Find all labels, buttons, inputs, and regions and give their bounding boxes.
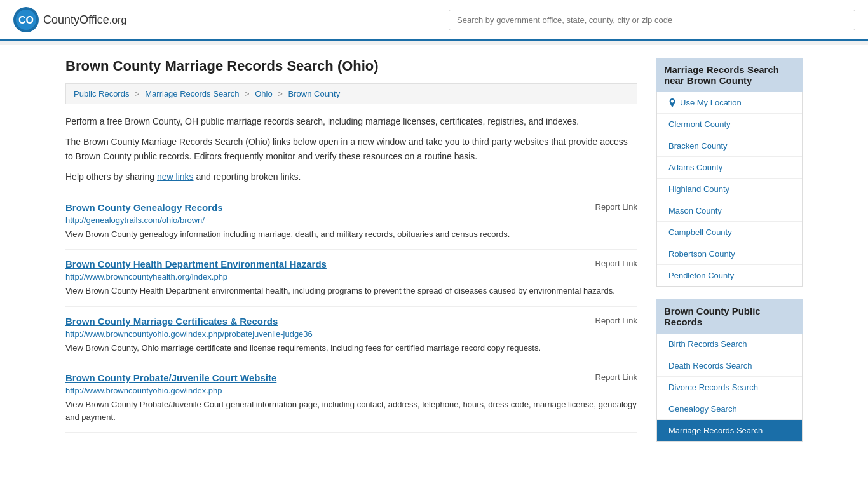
sidebar-nearby-list: Use My Location Clermont County Bracken …	[656, 92, 803, 287]
content-area: Brown County Marriage Records Search (Oh…	[65, 58, 637, 454]
result-desc: View Brown County Health Department envi…	[65, 285, 637, 297]
breadcrumb-ohio[interactable]: Ohio	[255, 89, 272, 98]
sidebar-nearby-section: Marriage Records Search near Brown Count…	[656, 58, 803, 287]
sidebar-item-marriage-records[interactable]: Marriage Records Search	[657, 420, 802, 441]
use-my-location-label: Use My Location	[680, 98, 742, 107]
sidebar-item-birth-records[interactable]: Birth Records Search	[657, 334, 802, 355]
breadcrumb-sep-1: >	[135, 89, 140, 98]
logo-suffix: .org	[109, 15, 127, 25]
location-icon	[668, 98, 676, 107]
breadcrumb-brown-county[interactable]: Brown County	[288, 89, 341, 98]
result-header: Brown County Health Department Environme…	[65, 259, 637, 269]
sidebar-item-mason[interactable]: Mason County	[657, 200, 802, 222]
sidebar-public-records-list: Birth Records Search Death Records Searc…	[656, 334, 803, 442]
result-url[interactable]: http://www.browncountyhealth.org/index.p…	[65, 272, 637, 281]
logo-icon: CO	[13, 6, 39, 33]
desc-para3-suffix: and reporting broken links.	[194, 172, 301, 182]
sidebar-item-genealogy[interactable]: Genealogy Search	[657, 398, 802, 420]
report-link[interactable]: Report Link	[595, 316, 637, 325]
result-title[interactable]: Brown County Health Department Environme…	[65, 259, 327, 269]
result-desc: View Brown County genealogy information …	[65, 228, 637, 241]
sidebar-item-pendleton[interactable]: Pendleton County	[657, 265, 802, 286]
result-url[interactable]: http://genealogytrails.com/ohio/brown/	[65, 215, 637, 225]
sidebar-item-death-records[interactable]: Death Records Search	[657, 355, 802, 377]
result-header: Brown County Marriage Certificates & Rec…	[65, 316, 637, 327]
page-header: CO CountyOffice.org	[0, 0, 868, 41]
sidebar: Marriage Records Search near Brown Count…	[656, 58, 803, 454]
sidebar-nearby-header: Marriage Records Search near Brown Count…	[656, 58, 803, 92]
sidebar-item-highland[interactable]: Highland County	[657, 179, 802, 200]
breadcrumb: Public Records > Marriage Records Search…	[65, 83, 637, 104]
breadcrumb-public-records[interactable]: Public Records	[74, 89, 129, 98]
svg-text:CO: CO	[18, 15, 34, 25]
logo-link[interactable]: CO CountyOffice.org	[13, 6, 126, 33]
new-links-link[interactable]: new links	[157, 172, 194, 182]
main-layout: Brown County Marriage Records Search (Oh…	[53, 45, 815, 467]
breadcrumb-sep-2: >	[245, 89, 250, 98]
sidebar-public-records-header: Brown County Public Records	[656, 299, 803, 334]
desc-para3: Help others by sharing new links and rep…	[65, 170, 637, 184]
page-title: Brown County Marriage Records Search (Oh…	[65, 58, 637, 74]
results-list: Brown County Genealogy Records Report Li…	[65, 193, 637, 433]
result-item: Brown County Genealogy Records Report Li…	[65, 193, 637, 250]
sidebar-item-adams[interactable]: Adams County	[657, 157, 802, 179]
result-title[interactable]: Brown County Genealogy Records	[65, 202, 223, 213]
result-item: Brown County Health Department Environme…	[65, 250, 637, 307]
sidebar-item-clermont[interactable]: Clermont County	[657, 114, 802, 135]
sidebar-public-records-section: Brown County Public Records Birth Record…	[656, 299, 803, 442]
logo-name: CountyOffice	[43, 13, 109, 26]
result-item: Brown County Probate/Juvenile Court Webs…	[65, 363, 637, 433]
desc-para3-prefix: Help others by sharing	[65, 172, 157, 182]
breadcrumb-marriage-records[interactable]: Marriage Records Search	[145, 89, 239, 98]
result-title[interactable]: Brown County Marriage Certificates & Rec…	[65, 316, 278, 327]
result-item: Brown County Marriage Certificates & Rec…	[65, 307, 637, 364]
logo-text: CountyOffice.org	[43, 13, 126, 27]
search-bar-container	[449, 10, 855, 30]
sidebar-item-bracken[interactable]: Bracken County	[657, 135, 802, 157]
result-header: Brown County Probate/Juvenile Court Webs…	[65, 372, 637, 383]
result-header: Brown County Genealogy Records Report Li…	[65, 202, 637, 213]
result-url[interactable]: http://www.browncountyohio.gov/index.php…	[65, 329, 637, 339]
search-input[interactable]	[449, 10, 855, 30]
report-link[interactable]: Report Link	[595, 259, 637, 268]
breadcrumb-sep-3: >	[278, 89, 283, 98]
sidebar-item-robertson[interactable]: Robertson County	[657, 243, 802, 265]
report-link[interactable]: Report Link	[595, 202, 637, 212]
sidebar-item-divorce-records[interactable]: Divorce Records Search	[657, 377, 802, 398]
result-desc: View Brown County, Ohio marriage certifi…	[65, 342, 637, 355]
result-url[interactable]: http://www.browncountyohio.gov/index.php	[65, 386, 637, 395]
result-title[interactable]: Brown County Probate/Juvenile Court Webs…	[65, 372, 276, 383]
report-link[interactable]: Report Link	[595, 372, 637, 382]
sidebar-use-my-location[interactable]: Use My Location	[657, 92, 802, 114]
desc-para2: The Brown County Marriage Records Search…	[65, 135, 637, 163]
description: Perform a free Brown County, OH public m…	[65, 114, 637, 184]
desc-para1: Perform a free Brown County, OH public m…	[65, 114, 637, 128]
result-desc: View Brown County Probate/Juvenile Court…	[65, 398, 637, 423]
sidebar-item-campbell[interactable]: Campbell County	[657, 222, 802, 243]
